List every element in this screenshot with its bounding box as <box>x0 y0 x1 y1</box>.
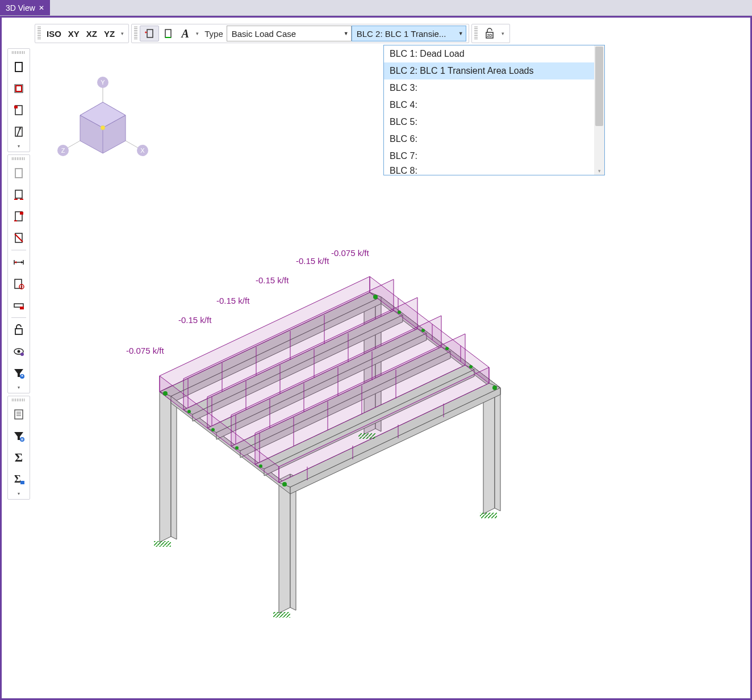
results-sheet-icon[interactable] <box>10 406 27 423</box>
svg-point-36 <box>18 350 20 353</box>
svg-rect-126 <box>480 513 497 518</box>
grip-icon <box>12 51 26 54</box>
dropdown-item[interactable]: BLC 3: <box>384 79 594 97</box>
chevron-down-icon[interactable]: ▾ <box>8 384 30 391</box>
svg-point-59 <box>101 125 105 130</box>
grip-icon <box>12 399 26 401</box>
load-frame-green-icon <box>162 28 174 39</box>
chevron-down-icon[interactable]: ▾ <box>594 168 604 174</box>
svg-marker-70 <box>483 386 495 514</box>
svg-point-134 <box>259 464 262 468</box>
svg-point-137 <box>445 347 449 350</box>
view-yz-button[interactable]: YZ <box>101 26 118 41</box>
view-frame: ISO XY XZ YZ ▾ A ▾ Ty <box>0 16 752 700</box>
chevron-down-icon[interactable]: ▾ <box>8 490 30 497</box>
supports-icon[interactable] <box>10 186 27 203</box>
load-value-label: -0.075 k/ft <box>331 248 369 258</box>
separator <box>11 250 26 250</box>
svg-rect-8 <box>16 86 22 91</box>
top-toolbar: ISO XY XZ YZ ▾ A ▾ Ty <box>35 22 510 45</box>
load-value-label: -0.15 k/ft <box>216 296 249 305</box>
dropdown-item[interactable]: BLC 2: BLC 1 Transient Area Loads <box>384 62 594 79</box>
load-case-select[interactable]: BLC 2: BLC 1 Transie... <box>352 26 466 41</box>
axis-z-label: Z <box>61 147 65 154</box>
lock-2d-button[interactable]: 2D <box>480 26 499 41</box>
svg-rect-20 <box>20 212 23 215</box>
load-value-label: -0.15 k/ft <box>256 275 289 285</box>
dropdown-item[interactable]: BLC 4: <box>384 97 594 114</box>
left-panel-2: ▾ <box>7 154 30 393</box>
node-flag-icon[interactable] <box>10 102 27 119</box>
funnel-down-icon[interactable] <box>10 364 27 382</box>
dropdown-item[interactable]: BLC 8: <box>384 165 594 175</box>
chevron-down-icon[interactable]: ▾ <box>193 31 201 36</box>
structure-model <box>86 236 597 644</box>
svg-point-138 <box>469 365 473 368</box>
lock-2d-icon: 2D <box>483 27 496 40</box>
svg-rect-0 <box>147 30 153 37</box>
load-display-group: A ▾ Type Basic Load Case BLC 2: BLC 1 Tr… <box>131 24 469 43</box>
view-iso-button[interactable]: ISO <box>43 26 65 41</box>
svg-marker-66 <box>279 474 290 613</box>
grip-icon <box>37 27 41 40</box>
dropdown-list: BLC 1: Dead Load BLC 2: BLC 1 Transient … <box>384 45 594 175</box>
svg-marker-67 <box>290 474 296 610</box>
support-flag-icon[interactable] <box>10 208 27 225</box>
axis-y-label: Y <box>101 79 105 86</box>
svg-text:Σ: Σ <box>14 473 21 485</box>
svg-marker-71 <box>495 386 500 511</box>
svg-point-127 <box>163 391 168 396</box>
svg-rect-11 <box>14 106 18 108</box>
orientation-cube[interactable]: X Y Z <box>52 71 165 185</box>
load-display-2-button[interactable] <box>159 26 177 41</box>
load-display-1-button[interactable] <box>140 26 159 41</box>
svg-point-31 <box>21 286 23 288</box>
lock-open-icon[interactable] <box>10 321 27 338</box>
dropdown-item[interactable]: BLC 1: Dead Load <box>384 45 594 62</box>
left-toolbar: ▾ ▾ Σ Σ ▾ <box>7 48 30 502</box>
svg-rect-34 <box>15 329 22 334</box>
sigma-sub-icon[interactable]: Σ <box>10 471 27 488</box>
load-case-value: BLC 2: BLC 1 Transie... <box>357 29 446 39</box>
tab-3d-view[interactable]: 3D View ✕ <box>0 0 50 15</box>
sigma-icon[interactable]: Σ <box>10 449 27 466</box>
grip-icon <box>474 27 478 40</box>
chevron-down-icon[interactable]: ▾ <box>118 31 126 36</box>
chevron-down-icon[interactable]: ▾ <box>499 31 507 36</box>
load-type-select[interactable]: Basic Load Case <box>227 26 352 41</box>
dropdown-item[interactable]: BLC 5: <box>384 114 594 131</box>
close-icon[interactable]: ✕ <box>39 4 44 12</box>
dropdown-item[interactable]: BLC 6: <box>384 131 594 148</box>
view-xz-button[interactable]: XZ <box>83 26 101 41</box>
svg-rect-125 <box>358 433 375 439</box>
left-panel-1: ▾ <box>7 48 30 152</box>
svg-point-131 <box>187 410 191 413</box>
load-display-3-button[interactable]: A <box>177 26 193 41</box>
svg-point-135 <box>398 311 401 314</box>
dim-h-icon[interactable] <box>10 254 27 271</box>
load-value-label: -0.15 k/ft <box>296 256 329 266</box>
load-case-dropdown: BLC 1: Dead Load BLC 2: BLC 1 Transient … <box>383 45 605 175</box>
frame-icon[interactable] <box>10 58 27 76</box>
svg-rect-123 <box>154 541 171 547</box>
cross-frame-icon[interactable] <box>10 229 27 246</box>
node-square-icon[interactable] <box>10 80 27 97</box>
svg-marker-65 <box>171 386 177 539</box>
funnel-eq-icon[interactable] <box>10 427 27 445</box>
scrollbar-thumb[interactable] <box>595 47 603 126</box>
release-icon[interactable] <box>10 297 27 314</box>
frame-gray-icon[interactable] <box>10 165 27 182</box>
svg-point-46 <box>20 437 24 442</box>
member-arrow-icon[interactable] <box>10 123 27 140</box>
lock-group: 2D ▾ <box>471 24 510 43</box>
gear-frame-icon[interactable] <box>10 275 27 292</box>
svg-point-37 <box>20 353 24 356</box>
dropdown-item[interactable]: BLC 7: <box>384 148 594 165</box>
svg-rect-124 <box>273 612 290 618</box>
view-xy-button[interactable]: XY <box>65 26 83 41</box>
svg-point-133 <box>235 446 239 450</box>
svg-rect-3 <box>165 30 171 37</box>
dropdown-scrollbar[interactable]: ▾ <box>594 45 604 175</box>
eye-icon[interactable] <box>10 343 27 360</box>
chevron-down-icon[interactable]: ▾ <box>8 142 30 149</box>
